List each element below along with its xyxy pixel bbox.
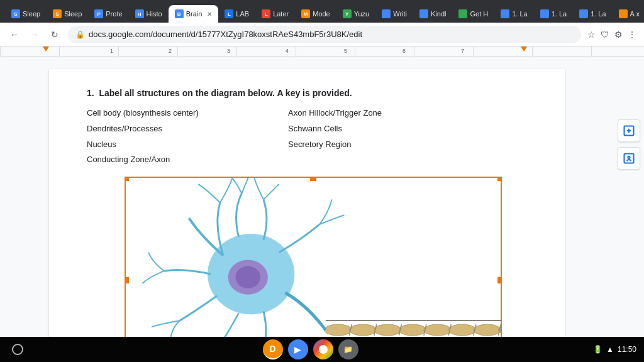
system-tray: 🔋 ▲ 11:50 — [593, 345, 636, 354]
svg-point-25 — [236, 266, 261, 288]
svg-point-8 — [448, 324, 475, 336]
tab-later[interactable]: L Later — [255, 5, 295, 23]
content-area: 1 2 3 4 5 6 7 1. Label all structur — [0, 47, 644, 337]
key-item-3: Dendrites/Processes — [87, 123, 288, 136]
document-page: 1. Label all structures on the diagram b… — [49, 69, 565, 337]
key-grid: Cell body (biosynthesis center) Axon Hil… — [87, 107, 527, 167]
wifi-icon: ▲ — [606, 345, 614, 354]
svg-point-3 — [325, 324, 352, 336]
add-image-button[interactable] — [618, 119, 640, 142]
url-text: docs.google.com/document/d/15777XtZygI78… — [89, 30, 362, 39]
taskbar-play-icon[interactable]: ▶ — [288, 339, 308, 359]
key-item-6: Secretory Region — [288, 138, 527, 151]
tab-brain[interactable]: B Brain ✕ — [169, 5, 219, 23]
svg-point-4 — [349, 324, 376, 336]
address-bar: ← → ↻ 🔒 docs.google.com/document/d/15777… — [0, 23, 644, 47]
handle-mid-left[interactable] — [125, 277, 129, 283]
security-icon[interactable]: 🛡 — [601, 30, 609, 40]
lock-icon: 🔒 — [75, 30, 85, 39]
key-item-8 — [288, 153, 527, 167]
url-bar[interactable]: 🔒 docs.google.com/document/d/15777XtZygI… — [68, 26, 581, 43]
key-item-7: Conducting Zone/Axon — [87, 153, 288, 167]
tab-writi[interactable]: Writi — [375, 5, 413, 23]
launcher-button[interactable] — [8, 339, 28, 359]
tab-prote[interactable]: P Prote — [88, 5, 128, 23]
tab-sleep2[interactable]: S Sleep — [47, 5, 88, 23]
tab-sleep1[interactable]: S Sleep — [5, 5, 47, 23]
key-item-2: Axon Hillock/Trigger Zone — [288, 107, 527, 120]
taskbar-files-icon[interactable]: 📁 — [338, 339, 358, 359]
tab-ax[interactable]: A x — [613, 5, 644, 23]
image-wrapper[interactable]: (b) © 2011 Pearson Education, Inc. — [125, 177, 502, 337]
ruler: 1 2 3 4 5 6 7 — [0, 47, 644, 57]
bookmark-icon[interactable]: ☆ — [587, 30, 596, 40]
taskbar-chrome-icon[interactable] — [313, 339, 333, 359]
right-sidebar — [614, 57, 644, 337]
svg-point-9 — [474, 324, 501, 336]
svg-line-20 — [499, 330, 501, 337]
taskbar: D ▶ 📁 🔋 ▲ 11:50 — [0, 337, 644, 362]
forward-button[interactable]: → — [28, 28, 42, 41]
neuron-image[interactable]: (b) © 2011 Pearson Education, Inc. — [125, 177, 502, 337]
tab-close-icon[interactable]: ✕ — [207, 11, 212, 18]
tab-histo[interactable]: H Histo — [129, 5, 169, 23]
menu-icon[interactable]: ⋮ — [628, 30, 636, 40]
tab-lab[interactable]: L LAB — [218, 5, 255, 23]
svg-point-5 — [374, 324, 401, 336]
svg-point-7 — [424, 324, 451, 336]
key-item-5: Nucleus — [87, 138, 288, 151]
tab-geth[interactable]: Get H — [452, 5, 494, 23]
tab-label: Sleep — [23, 10, 40, 18]
neuron-svg: (b) © 2011 Pearson Education, Inc. — [126, 178, 501, 337]
browser-window: S Sleep S Sleep P Prote H Histo B B — [0, 0, 644, 362]
tab-yuzu[interactable]: Y Yuzu — [336, 5, 375, 23]
clock: 11:50 — [618, 345, 636, 354]
svg-point-31 — [628, 156, 630, 158]
taskbar-center: D ▶ 📁 — [28, 339, 593, 359]
tab-kindl[interactable]: Kindl — [413, 5, 452, 23]
tab-1la-2[interactable]: 1. La — [534, 5, 573, 23]
toolbar-icons: ☆ 🛡 ⚙ ⋮ — [587, 30, 636, 40]
question-number: 1. Label all structures on the diagram b… — [87, 88, 527, 98]
battery-icon: 🔋 — [593, 345, 602, 354]
tab-1la-1[interactable]: 1. La — [494, 5, 533, 23]
back-button[interactable]: ← — [8, 28, 21, 41]
handle-top-left[interactable] — [125, 177, 129, 181]
svg-point-6 — [399, 324, 426, 336]
taskbar-docs-icon[interactable]: D — [263, 339, 283, 359]
question-text: Label all structures on the diagram belo… — [99, 88, 352, 98]
key-item-4: Schwann Cells — [288, 123, 527, 136]
edit-image-button[interactable] — [618, 147, 640, 170]
extensions-icon[interactable]: ⚙ — [614, 30, 623, 40]
handle-top-right[interactable] — [497, 177, 502, 181]
tab-mode[interactable]: M Mode — [295, 5, 336, 23]
handle-mid-right[interactable] — [497, 277, 502, 283]
tab-1la-3[interactable]: 1. La — [573, 5, 612, 23]
tab-bar: S Sleep S Sleep P Prote H Histo B B — [0, 0, 644, 23]
refresh-button[interactable]: ↻ — [48, 28, 62, 41]
handle-top-mid[interactable] — [310, 177, 316, 181]
key-item-1: Cell body (biosynthesis center) — [87, 107, 288, 120]
document-container[interactable]: 1. Label all structures on the diagram b… — [0, 57, 614, 337]
taskbar-left — [8, 339, 28, 359]
